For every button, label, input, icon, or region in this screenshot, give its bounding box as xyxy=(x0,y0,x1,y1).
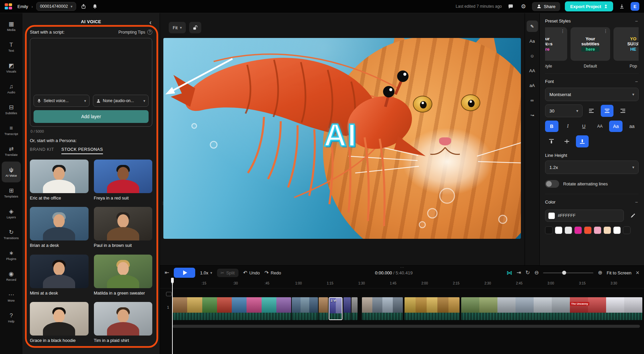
timeline-clip[interactable] xyxy=(172,297,291,320)
timeline-clip[interactable]: The Uncanny xyxy=(461,297,642,320)
audio-only-select[interactable]: None (audio-on... ▾ xyxy=(93,95,149,107)
share-button[interactable]: Share xyxy=(532,2,560,11)
comments-icon[interactable] xyxy=(506,2,515,11)
toolstrip-text-style-button[interactable]: Aa xyxy=(527,35,538,47)
add-layer-button[interactable]: Add layer xyxy=(34,110,149,123)
panel-resize-handle[interactable]: ⋮ xyxy=(161,201,164,206)
zoom-out-button[interactable]: ⊖ xyxy=(534,270,539,275)
persona-card[interactable]: Mimi at a desk xyxy=(30,255,89,296)
toolstrip-font-style-button[interactable]: aA xyxy=(527,80,538,91)
fit-to-screen-button[interactable]: Fit to Screen xyxy=(607,270,632,275)
timeline-scrollbar[interactable] xyxy=(172,325,640,328)
carousel-right-icon[interactable]: › xyxy=(633,40,639,47)
collapse-section-icon[interactable]: − xyxy=(634,79,639,84)
font-family-select[interactable]: Montserrat ▾ xyxy=(545,88,639,101)
export-project-button[interactable]: Export Project ↥ xyxy=(565,1,613,11)
timeline-resize-grip[interactable]: ⋯ xyxy=(400,265,404,270)
align-center-button[interactable] xyxy=(601,105,613,117)
toolstrip-edit-style-button[interactable]: ✎ xyxy=(527,20,538,32)
eyedropper-button[interactable] xyxy=(627,210,639,221)
timeline-clip[interactable] xyxy=(319,297,328,320)
track-toggle-icon[interactable] xyxy=(166,292,172,296)
ai-overlay-text[interactable]: AI xyxy=(324,117,357,153)
collapse-section-icon[interactable]: − xyxy=(634,199,639,205)
persona-card[interactable]: Freya in a red suit xyxy=(94,160,153,201)
color-swatch[interactable] xyxy=(574,226,582,234)
sidebar-item-help[interactable]: ?Help xyxy=(2,307,21,328)
preset-card[interactable]: ⋮YOSUBTHEPop xyxy=(613,27,639,69)
underline-button[interactable]: U xyxy=(577,121,591,132)
font-size-select[interactable]: 30 ▾ xyxy=(545,104,583,117)
align-left-button[interactable] xyxy=(585,105,598,117)
timeline-clip[interactable] xyxy=(362,297,403,320)
color-swatch[interactable] xyxy=(584,226,592,234)
kebab-icon[interactable]: ⋮ xyxy=(603,29,608,34)
timeline-clip[interactable] xyxy=(292,297,318,320)
kebab-icon[interactable]: ⋮ xyxy=(560,29,565,34)
jump-to-playhead-button[interactable]: ⇥ xyxy=(517,270,521,275)
color-swatch[interactable] xyxy=(603,226,611,234)
sidebar-item-media[interactable]: ▦Media xyxy=(2,16,21,37)
valign-middle-button[interactable] xyxy=(560,135,573,147)
workspace-name[interactable]: Emily xyxy=(17,4,28,9)
trim-mode-button[interactable]: ⋈ xyxy=(506,270,512,276)
lowercase-button[interactable]: aa xyxy=(625,121,639,132)
capitalize-button[interactable]: Aa xyxy=(609,121,623,132)
preset-card[interactable]: ⋮urtitlesreStyle xyxy=(545,27,567,69)
toolstrip-link-button[interactable]: ∞ xyxy=(527,94,538,106)
sidebar-item-record[interactable]: ◉Record xyxy=(2,266,21,286)
timeline-clip[interactable]: 2 Vi xyxy=(329,297,342,320)
bold-button[interactable]: B xyxy=(545,121,558,132)
sidebar-item-transitions[interactable]: ↻Transitions xyxy=(2,224,21,245)
toolstrip-motion-button[interactable]: ↝ xyxy=(527,109,538,121)
persona-card[interactable]: Paul in a brown suit xyxy=(94,207,153,248)
playhead[interactable] xyxy=(172,278,173,354)
align-right-button[interactable] xyxy=(616,105,629,117)
timeline-clip[interactable] xyxy=(405,297,460,320)
lock-button[interactable] xyxy=(189,22,201,33)
persona-card[interactable]: Matilda in a green sweater xyxy=(94,255,153,296)
split-button[interactable]: ✂ Split xyxy=(217,269,238,277)
undo-button[interactable]: ↶ Undo xyxy=(243,270,260,276)
italic-button[interactable]: I xyxy=(561,121,575,132)
skip-to-start-button[interactable]: ⇤ xyxy=(165,270,169,275)
timeline-clip[interactable] xyxy=(343,297,351,320)
redo-button[interactable]: ↷ Redo xyxy=(264,270,281,276)
sidebar-item-layers[interactable]: ◈Layers xyxy=(2,203,21,224)
prompting-tips-link[interactable]: Prompting Tips ? xyxy=(118,30,152,35)
preset-card[interactable]: ⋮YoursubtitleshereDefault xyxy=(571,27,610,69)
fit-zoom-dropdown[interactable]: Fit ▾ xyxy=(169,22,186,33)
color-swatch[interactable] xyxy=(613,226,621,234)
color-swatch[interactable] xyxy=(594,226,601,234)
collapse-section-icon[interactable]: − xyxy=(634,18,639,24)
toolstrip-caption-style-button[interactable]: AA xyxy=(527,65,538,76)
color-value-input[interactable]: #FFFFFF xyxy=(545,210,624,222)
user-avatar[interactable]: E xyxy=(631,2,639,11)
playback-speed-dropdown[interactable]: 1.0x ▾ xyxy=(200,270,212,275)
sidebar-item-visuals[interactable]: ◩Visuals xyxy=(2,57,21,78)
close-timeline-button[interactable]: × xyxy=(636,270,639,276)
sidebar-item-templates[interactable]: ⊞Templates xyxy=(2,182,21,203)
line-height-select[interactable]: 1.2x ▾ xyxy=(545,161,639,174)
uppercase-button[interactable]: AA xyxy=(593,121,606,132)
project-id-dropdown[interactable]: 000014740002 ▾ xyxy=(36,2,76,11)
persona-card[interactable]: Eric at the office xyxy=(30,160,89,201)
valign-bottom-button[interactable] xyxy=(576,135,589,147)
upload-icon[interactable] xyxy=(79,2,88,10)
rotate-lines-toggle[interactable] xyxy=(545,180,559,188)
tab-stock-personas[interactable]: STOCK PERSONAS xyxy=(61,147,103,154)
sidebar-item-subtitles[interactable]: ⊟Subtitles xyxy=(2,99,21,120)
collapse-panel-icon[interactable]: ‹ xyxy=(147,18,154,27)
color-swatch[interactable] xyxy=(545,226,553,234)
persona-card[interactable]: Tim in a plaid shirt xyxy=(94,302,153,343)
sidebar-item-ai-voice[interactable]: ψAI Voice xyxy=(2,162,21,182)
sidebar-item-more[interactable]: ⋯More xyxy=(2,286,21,307)
voice-select[interactable]: Select voice... ▾ xyxy=(34,95,90,107)
persona-card[interactable]: Grace in a black hoodie xyxy=(30,302,89,343)
script-input[interactable] xyxy=(34,42,149,91)
sidebar-item-text[interactable]: TText xyxy=(2,37,21,57)
gear-icon[interactable]: ⚙ xyxy=(520,2,527,11)
video-preview[interactable]: AI xyxy=(163,38,521,239)
persona-card[interactable]: Brian at a desk xyxy=(30,207,89,248)
toolstrip-emoji-button[interactable]: ☺ xyxy=(527,50,538,61)
